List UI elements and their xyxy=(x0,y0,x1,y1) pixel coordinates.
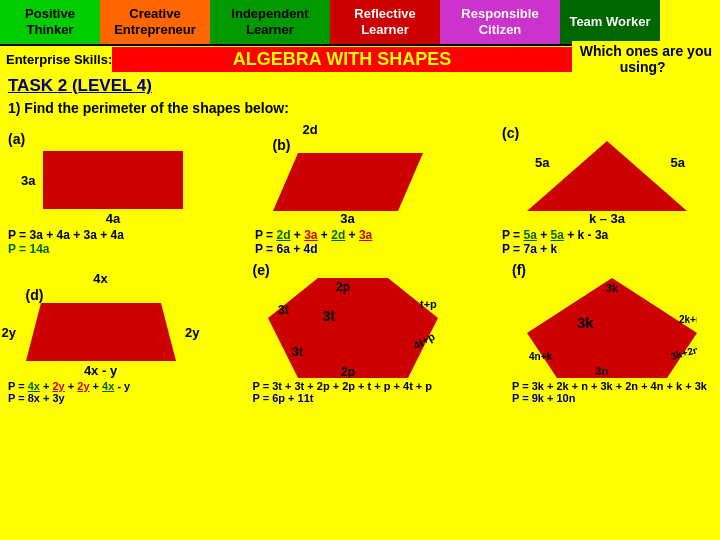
svg-marker-1 xyxy=(527,141,687,211)
eq-e: P = 3t + 3t + 2p + 2p + t + p + 4t + p P… xyxy=(253,380,453,404)
shape-a-label: (a) xyxy=(8,131,25,147)
shape-b-svg xyxy=(273,153,423,211)
main-content: TASK 2 (LEVEL 4) 1) Find the perimeter o… xyxy=(0,72,720,408)
svg-text:3t: 3t xyxy=(278,303,289,317)
tab-team-worker[interactable]: Team Worker xyxy=(560,0,660,44)
shape-f-svg: 3k 2k+n 3k+2n 3n 4n+k xyxy=(527,278,697,378)
task-title: TASK 2 (LEVEL 4) xyxy=(8,76,712,96)
shape-f: (f) 3k 2k+n 3k+2n 3n 4n+k 3k xyxy=(512,262,712,378)
svg-text:2k+n: 2k+n xyxy=(679,314,697,325)
shape-d-bottom: 4x - y xyxy=(84,363,117,378)
eq-b: P = 2d + 3a + 2d + 3a P = 6a + 4d xyxy=(255,228,440,256)
eq-f: P = 3k + 2k + n + 3k + 2n + 4n + k + 3k … xyxy=(512,380,712,404)
tab-responsible-citizen[interactable]: Responsible Citizen xyxy=(440,0,560,44)
shape-c-side2: 5a xyxy=(671,155,685,170)
shape-b-bottom: 3a xyxy=(340,211,354,226)
eq-d: P = 4x + 2y + 2y + 4x - y P = 8x + 3y xyxy=(8,380,193,404)
shape-d-top: 4x xyxy=(93,271,107,286)
header: Positive Thinker Creative Entrepreneur I… xyxy=(0,0,720,72)
tab-positive-thinker[interactable]: Positive Thinker xyxy=(0,0,100,44)
svg-marker-2 xyxy=(26,303,176,361)
shape-b-label: (b) xyxy=(273,137,291,153)
tab-reflective-learner[interactable]: Reflective Learner xyxy=(330,0,440,44)
svg-text:3n: 3n xyxy=(596,365,609,377)
shape-b: 2d (b) 3a xyxy=(255,122,440,226)
shape-c-side1: 5a xyxy=(535,155,549,170)
svg-text:2p: 2p xyxy=(335,280,349,294)
shape-d-right: 2y xyxy=(185,325,199,340)
shape-c-svg xyxy=(527,141,687,211)
svg-text:3k: 3k xyxy=(606,282,619,294)
shape-f-label: (f) xyxy=(512,262,526,278)
shape-d-label: (d) xyxy=(26,287,44,303)
shape-a: (a) 3a 4a xyxy=(8,131,193,226)
shape-d: 4x (d) 2y 2y 4x - y xyxy=(8,271,193,378)
shape-c-bottom: k – 3a xyxy=(589,211,625,226)
which-ones-text: Which ones are you using? xyxy=(572,41,720,77)
task-instruction: 1) Find the perimeter of the shapes belo… xyxy=(8,100,712,116)
shape-c: (c) 5a 5a k – 3a xyxy=(502,125,712,226)
eq-c: P = 5a + 5a + k - 3a P = 7a + k xyxy=(502,228,712,256)
shape-e: (e) 2p t+p 4t+p 2p 3t 3t 3t xyxy=(253,262,453,378)
svg-text:3t: 3t xyxy=(292,345,303,359)
shape-a-left: 3a xyxy=(21,173,35,188)
svg-text:t+p: t+p xyxy=(420,298,437,310)
tab-creative-entrepreneur[interactable]: Creative Entrepreneur xyxy=(100,0,210,44)
algebra-title: ALGEBRA WITH SHAPES xyxy=(112,47,572,72)
eq-a: P = 3a + 4a + 3a + 4a P = 14a xyxy=(8,228,193,256)
svg-marker-3 xyxy=(268,278,438,378)
shape-a-bottom: 4a xyxy=(43,211,183,226)
shape-b-top: 2d xyxy=(303,122,318,137)
svg-marker-0 xyxy=(273,153,423,211)
enterprise-label: Enterprise Skills: xyxy=(0,52,112,67)
svg-text:4n+k: 4n+k xyxy=(529,351,553,362)
shape-d-svg xyxy=(26,303,176,361)
shape-c-label: (c) xyxy=(502,125,519,141)
tab-independent-learner[interactable]: Independent Learner xyxy=(210,0,330,44)
shape-e-svg: 2p t+p 4t+p 2p 3t 3t xyxy=(268,278,438,378)
svg-text:2p: 2p xyxy=(340,365,354,378)
shape-e-label: (e) xyxy=(253,262,270,278)
shape-d-left: 2y xyxy=(2,325,16,340)
